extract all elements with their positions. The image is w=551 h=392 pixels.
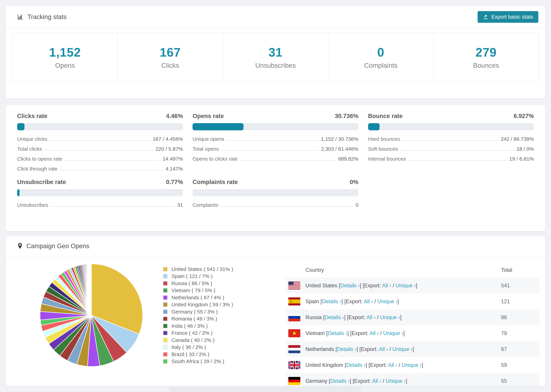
legend-label: Vietnam ( 79 / 5% ) — [171, 287, 215, 293]
export-all-link[interactable]: All › — [379, 346, 388, 352]
total-cell: 79 — [501, 330, 540, 336]
legend-label: United Kingdom ( 59 / 3% ) — [171, 302, 233, 308]
legend-swatch — [163, 338, 168, 343]
details-link[interactable]: Details › — [337, 346, 356, 352]
legend-swatch — [163, 302, 168, 307]
total-cell: 59 — [501, 362, 540, 368]
legend-item-vietnam[interactable]: Vietnam ( 79 / 5% ) — [163, 287, 259, 294]
export-all-link[interactable]: All › — [367, 314, 376, 320]
export-unique-link[interactable]: Unique › — [383, 330, 403, 336]
legend-item-france[interactable]: France ( 42 / 2% ) — [163, 329, 259, 337]
stat-label: Opens — [55, 62, 75, 69]
export-unique-link[interactable]: Unique › — [380, 314, 400, 320]
rate-value: 30.736% — [335, 112, 358, 119]
rate-progress-bar — [192, 189, 358, 196]
rates-card: Clicks rate4.46%Unique clicks167 / 4.456… — [6, 105, 545, 231]
rate-detail-rows: Hard bounces242 / 86.738%Soft bounces18 … — [368, 136, 534, 162]
legend-label: France ( 42 / 2% ) — [171, 330, 212, 336]
table-row-vn: Vietnam [Details ›] [Export: All › / Uni… — [286, 325, 540, 341]
flag-gb-icon — [288, 361, 300, 369]
export-unique-link[interactable]: Unique › — [402, 362, 422, 368]
export-all-link[interactable]: All › — [364, 298, 373, 304]
legend-item-italy[interactable]: Italy ( 36 / 2% ) — [163, 344, 259, 351]
total-column-header: Total — [501, 267, 540, 273]
rate-value: 0% — [350, 179, 359, 185]
country-column-header: Country — [286, 267, 501, 273]
rate-value: 4.46% — [166, 112, 183, 119]
flag-us-icon — [288, 281, 300, 290]
export-all-link[interactable]: All › — [370, 330, 379, 336]
rate-progress-bar — [192, 123, 358, 130]
legend-item-spain[interactable]: Spain ( 121 / 7% ) — [163, 273, 259, 280]
details-link[interactable]: Details › — [322, 298, 342, 304]
legend-swatch — [163, 324, 168, 328]
bottom-scroll-hint — [170, 387, 361, 392]
country-cell: United Kingdom [Details ›] [Export: All … — [305, 362, 501, 368]
detail-value: 1,152 / 30.736% — [321, 136, 359, 142]
legend-swatch — [163, 316, 168, 321]
detail-value: 167 / 4.456% — [153, 136, 183, 142]
detail-label: Internal bounces — [368, 156, 406, 162]
legend-item-netherlands[interactable]: Netherlands ( 67 / 4% ) — [163, 294, 259, 301]
legend-swatch — [163, 359, 168, 364]
rate-detail-row: Unique clicks167 / 4.456% — [17, 136, 183, 142]
export-unique-link[interactable]: Unique › — [396, 283, 416, 288]
geo-country-table: Country Total United States [Details ›] … — [286, 263, 540, 386]
legend-label: Netherlands ( 67 / 4% ) — [171, 295, 224, 301]
stat-box-unsubscribes: 31Unsubscribes — [223, 33, 328, 81]
rate-progress-bar — [17, 189, 183, 196]
legend-item-south-africa[interactable]: South Africa ( 29 / 2% ) — [163, 358, 259, 365]
flag-ru-icon — [288, 313, 300, 321]
export-all-link[interactable]: All › — [382, 283, 391, 288]
rate-detail-row: Soft bounces18 / 0% — [368, 146, 534, 152]
dotted-leader — [226, 140, 319, 141]
rate-detail-row: Unique opens1,152 / 30.736% — [192, 136, 358, 142]
export-all-link[interactable]: All › — [388, 362, 397, 368]
legend-swatch — [163, 352, 168, 357]
country-cell: Spain [Details ›] [Export: All › / Uniqu… — [305, 298, 501, 305]
detail-label: Click through rate — [17, 166, 57, 172]
legend-item-united-kingdom[interactable]: United Kingdom ( 59 / 3% ) — [163, 301, 259, 308]
legend-item-india[interactable]: India ( 46 / 3% ) — [163, 322, 259, 329]
geo-table-header: Country Total — [286, 263, 540, 278]
rate-detail-row: Hard bounces242 / 86.738% — [368, 136, 534, 142]
legend-item-russia[interactable]: Russia ( 86 / 5% ) — [163, 280, 259, 287]
details-link[interactable]: Details › — [328, 330, 347, 336]
details-link[interactable]: Details › — [340, 283, 360, 288]
rate-block-unsubscribe-rate: Unsubscribe rate0.77%Unsubscribes31 — [17, 179, 183, 208]
export-unique-link[interactable]: Unique › — [386, 378, 406, 384]
export-all-link[interactable]: All › — [372, 378, 381, 384]
export-unique-link[interactable]: Unique › — [392, 346, 412, 352]
legend-item-united-states[interactable]: United States ( 541 / 31% ) — [163, 266, 259, 273]
tracking-stats-card: Tracking stats Export basic stats 1,152O… — [6, 6, 545, 98]
rate-detail-row: Click through rate4.147% — [17, 166, 183, 172]
detail-value: 689.82% — [338, 156, 358, 162]
detail-value: 242 / 86.738% — [501, 136, 534, 142]
legend-item-romania[interactable]: Romania ( 49 / 3% ) — [163, 315, 259, 322]
rate-title: Bounce rate — [368, 112, 403, 119]
flag-de-icon — [288, 377, 300, 385]
export-basic-stats-button[interactable]: Export basic stats — [478, 11, 538, 23]
details-link[interactable]: Details › — [330, 378, 350, 384]
legend-label: Romania ( 49 / 3% ) — [171, 316, 217, 322]
rate-detail-row: Total clicks220 / 5.87% — [17, 146, 183, 152]
details-link[interactable]: Details › — [325, 314, 344, 320]
rate-detail-row: Clicks to opens rate14.497% — [17, 156, 183, 162]
rate-detail-rows: Unique clicks167 / 4.456%Total clicks220… — [17, 136, 183, 172]
legend-item-canada[interactable]: Canada ( 40 / 2% ) — [163, 336, 259, 344]
map-pin-icon — [17, 243, 23, 250]
detail-value: 31 — [177, 202, 183, 208]
country-name: United States — [305, 283, 339, 288]
detail-value: 19 / 6.81% — [509, 156, 534, 162]
export-unique-link[interactable]: Unique › — [377, 298, 397, 304]
legend-item-germany[interactable]: Germany ( 55 / 3% ) — [163, 308, 259, 315]
legend-label: Italy ( 36 / 2% ) — [171, 344, 206, 350]
rate-detail-rows: Complaints0 — [192, 202, 358, 208]
detail-value: 14.497% — [163, 156, 183, 162]
legend-item-brazil[interactable]: Brazil ( 33 / 2% ) — [163, 351, 259, 358]
total-cell: 67 — [501, 346, 540, 352]
detail-label: Total clicks — [17, 146, 42, 152]
details-link[interactable]: Details › — [346, 362, 366, 368]
dotted-leader — [402, 140, 499, 141]
dotted-leader — [50, 206, 175, 207]
